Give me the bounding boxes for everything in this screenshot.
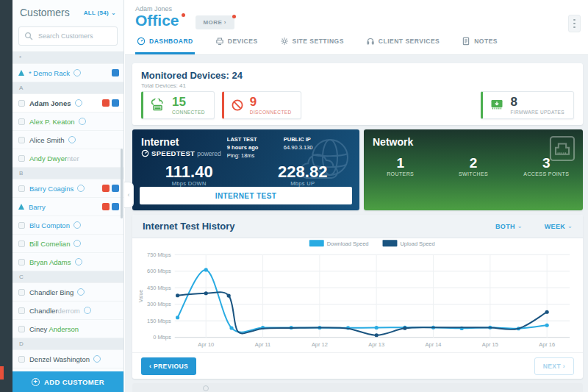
- svg-text:Apr 12: Apr 12: [312, 341, 328, 348]
- svg-text:150 Mbps: 150 Mbps: [147, 318, 171, 324]
- svg-text:Upload Speed: Upload Speed: [400, 240, 434, 247]
- sidebar-title: Customers: [20, 7, 70, 18]
- customer-name: Alice Smith: [29, 136, 65, 144]
- customer-list-item[interactable]: Denzel Washington: [12, 350, 123, 368]
- tab-notes[interactable]: NOTES: [460, 37, 499, 54]
- svg-text:Apr 11: Apr 11: [255, 341, 270, 348]
- connected-stat[interactable]: 15CONNECTED: [141, 91, 215, 119]
- line-chart: 0 Mbps150 Mbps300 Mbps450 Mbps600 Mbps75…: [134, 238, 581, 352]
- svg-text:Apr 13: Apr 13: [368, 341, 384, 348]
- monitored-devices-card: Monitored Devices: 24 Total Devices: 41 …: [132, 63, 583, 125]
- customer-icon: [18, 118, 25, 125]
- customer-list-item[interactable]: Chandler Bing: [12, 283, 123, 302]
- status-circle-icon: [79, 118, 86, 125]
- customer-list-item[interactable]: Barry: [12, 198, 123, 216]
- rack-icon: [18, 70, 24, 76]
- next-section-sliver: [132, 383, 583, 392]
- alert-dot-icon: [182, 13, 185, 17]
- customer-name: Adam Jones: [29, 99, 71, 107]
- speedtest-powered: powered: [197, 150, 221, 157]
- customer-list-item[interactable]: Ciney Anderson: [12, 320, 123, 338]
- rail-alert-marker: [0, 366, 4, 379]
- access-points-count: 3ACCESS POINTS: [510, 156, 583, 177]
- customer-icon: [18, 289, 25, 296]
- left-rail: [0, 0, 12, 392]
- caret-down-icon: ⌄: [517, 223, 523, 229]
- total-devices-subtitle: Total Devices: 41: [141, 82, 574, 89]
- previous-button[interactable]: ‹ PREVIOUS: [141, 357, 196, 375]
- customer-icon: [18, 137, 25, 143]
- internet-title: Internet: [141, 136, 227, 148]
- app-window: Customers ALL (54)⌄ ** Demo RackAAdam Jo…: [0, 0, 588, 392]
- status-circle-icon: [93, 355, 101, 363]
- customer-list-item[interactable]: Blu Compton: [12, 216, 123, 235]
- page-title: Office: [135, 13, 179, 28]
- customer-list-item[interactable]: Bryan Adams: [12, 253, 123, 271]
- customer-name: Blu Compton: [29, 221, 70, 229]
- customer-list-item[interactable]: Alex P. Keaton: [12, 113, 123, 131]
- status-circle-icon: [68, 136, 76, 143]
- customer-name: Chandler Bing: [29, 288, 74, 296]
- customer-list: ** Demo RackAAdam JonesAlex P. KeatonAli…: [12, 51, 123, 371]
- speedtest-gauge-icon: [141, 149, 149, 157]
- search-input[interactable]: [18, 26, 118, 46]
- blue-alert-badge: [112, 69, 119, 76]
- customer-list-item[interactable]: Alice Smith: [12, 131, 123, 149]
- red-alert-badge: [102, 203, 110, 210]
- status-circle-icon: [74, 69, 81, 76]
- internet-test-button[interactable]: INTERNET TEST: [140, 187, 352, 204]
- series-filter-dropdown[interactable]: BOTH⌄: [495, 223, 523, 230]
- tab-dashboard[interactable]: DASHBOARD: [135, 37, 195, 54]
- customer-list-item[interactable]: Bill Comelian: [12, 235, 123, 253]
- blue-alert-badge: [112, 99, 119, 107]
- red-alert-badge: [102, 185, 110, 192]
- sidebar-collapse-handle[interactable]: ‹: [124, 182, 134, 208]
- customer-name: Bill Comelian: [29, 240, 70, 248]
- next-button[interactable]: NEXT ›: [534, 357, 574, 375]
- customer-name: Barry: [29, 203, 46, 211]
- sidebar-scrollbar[interactable]: [121, 149, 123, 218]
- customer-icon: [18, 259, 25, 266]
- customer-icon: [18, 222, 25, 229]
- svg-text:Apr 14: Apr 14: [426, 341, 442, 348]
- customer-list-item[interactable]: Barry Coagins: [12, 179, 123, 198]
- network-title: Network: [373, 136, 413, 148]
- alert-dot-icon: [232, 15, 236, 18]
- disconnected-stat[interactable]: 9DISCONNECTED: [222, 91, 301, 119]
- public-ip-block: PUBLIC IP 64.90.3.130: [284, 136, 313, 160]
- status-circle-icon: [84, 307, 91, 314]
- disconnected-icon: [231, 99, 244, 112]
- customer-list-item[interactable]: Andy Dwyernter: [12, 149, 123, 168]
- customer-icon: [18, 356, 25, 363]
- tab-client-services[interactable]: CLIENT SERVICES: [365, 37, 441, 54]
- chevron-left-icon: ‹: [128, 191, 130, 199]
- period-filter-dropdown[interactable]: WEEK⌄: [545, 223, 573, 230]
- customer-filter-dropdown[interactable]: ALL (54)⌄: [84, 10, 116, 16]
- last-test-block: LAST TEST 9 hours ago Ping: 18ms: [227, 136, 284, 160]
- svg-text:Apr 15: Apr 15: [482, 341, 498, 348]
- tab-devices[interactable]: DEVICES: [214, 37, 259, 54]
- letter-group-header: A: [12, 82, 123, 94]
- main-area: Adam Jones Office MORE › DASHBOARD DEVIC…: [125, 0, 588, 392]
- add-customer-button[interactable]: + ADD CUSTOMER: [12, 371, 123, 392]
- status-circle-icon: [74, 240, 81, 247]
- kebab-menu-icon[interactable]: [568, 15, 581, 32]
- customer-list-item[interactable]: Adam Jones: [12, 94, 123, 113]
- upload-speed-value: 228.82 Mbps UP: [246, 163, 360, 187]
- tab-site-settings[interactable]: SITE SETTINGS: [279, 37, 345, 54]
- firmware-updates-stat[interactable]: 8FIRMWARE UPDATES: [481, 91, 574, 119]
- customer-list-item[interactable]: * Demo Rack: [12, 64, 123, 82]
- more-button[interactable]: MORE ›: [196, 15, 234, 29]
- caret-down-icon: ⌄: [567, 223, 573, 229]
- letter-group-header: C: [12, 271, 123, 283]
- customer-name: * Demo Rack: [29, 69, 70, 77]
- customer-list-item[interactable]: Chandlerderrom: [12, 302, 123, 320]
- plus-circle-icon: +: [32, 378, 40, 386]
- customers-sidebar: Customers ALL (54)⌄ ** Demo RackAAdam Jo…: [12, 0, 124, 392]
- customer-name: Bryan Adams: [29, 258, 71, 266]
- connected-devices-icon: [150, 99, 166, 112]
- letter-group-header: D: [12, 338, 123, 350]
- blue-alert-badge: [112, 203, 119, 210]
- status-circle-icon: [74, 221, 81, 229]
- rack-icon: [18, 204, 24, 210]
